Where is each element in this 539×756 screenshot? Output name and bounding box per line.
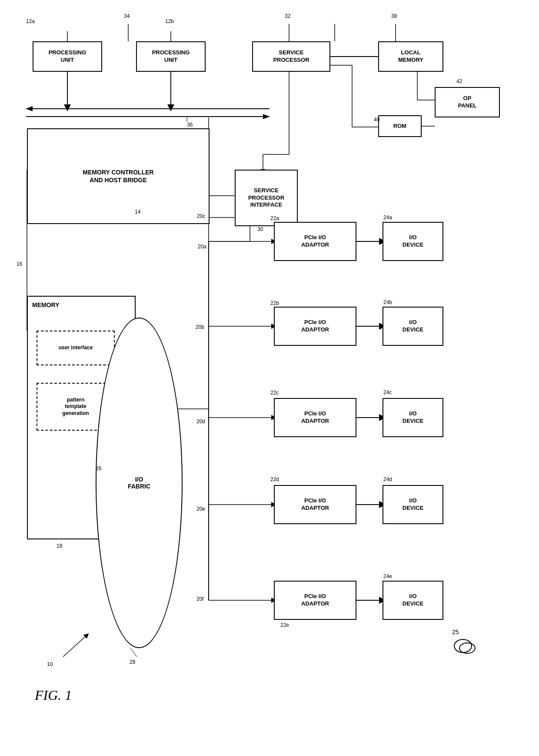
svg-point-48 <box>454 639 472 652</box>
ref-25: 25 <box>452 629 459 636</box>
ref-36: 36 <box>187 122 193 128</box>
ref-20d: 20d <box>196 418 205 425</box>
ref-22a: 22a <box>270 215 279 221</box>
ref-24d: 24d <box>383 476 392 482</box>
svg-marker-16 <box>26 106 33 111</box>
ref-20c: 20c <box>197 213 205 219</box>
figure-label: FIG. 1 <box>35 687 72 703</box>
io-device-a: I/O DEVICE <box>383 222 443 261</box>
ref-10: 10 <box>47 661 53 667</box>
service-processor: SERVICE PROCESSOR <box>252 41 330 72</box>
op-panel: OP PANEL <box>435 87 500 117</box>
service-processor-interface: SERVICE PROCESSOR INTERFACE <box>235 170 298 226</box>
ref-22d: 22d <box>270 476 279 482</box>
ref-30: 30 <box>257 226 263 232</box>
ref-12b: 12b <box>165 18 174 24</box>
pcie-adaptor-e: PCIe I/O ADAPTOR <box>274 581 356 620</box>
ref-28: 28 <box>130 659 135 665</box>
ref-24c: 24c <box>383 389 392 395</box>
io-device-e: I/O DEVICE <box>383 581 443 620</box>
ref-20a: 20a <box>198 244 206 250</box>
ref-34: 34 <box>124 13 130 19</box>
ref-32: 32 <box>285 13 290 19</box>
pcie-adaptor-c: PCIe I/O ADAPTOR <box>274 398 356 437</box>
ref-20b: 20b <box>196 324 204 330</box>
ref-14: 14 <box>135 209 140 215</box>
memory-controller: MEMORY CONTROLLER AND HOST BRIDGE <box>27 128 210 224</box>
ref-42: 42 <box>456 78 462 84</box>
ref-24e: 24e <box>383 573 392 579</box>
ref-22b: 22b <box>270 300 279 306</box>
rom: ROM <box>378 115 422 137</box>
processing-unit-b: PROCESSING UNIT <box>136 41 206 72</box>
user-interface-box: user interface <box>37 331 115 365</box>
memory-label: MEMORY <box>32 301 59 309</box>
ref-22e: 22e <box>280 622 289 628</box>
ref-24b: 24b <box>383 299 392 305</box>
ref-22c: 22c <box>270 390 279 396</box>
ref-12a: 12a <box>26 18 35 24</box>
ref-16: 16 <box>17 261 22 267</box>
io-device-b: I/O DEVICE <box>383 307 443 346</box>
ref-20e: 20e <box>196 506 205 512</box>
ref-24a: 24a <box>383 214 392 221</box>
pcie-adaptor-a: PCIe I/O ADAPTOR <box>274 222 356 261</box>
pcie-adaptor-d: PCIe I/O ADAPTOR <box>274 485 356 524</box>
io-device-d: I/O DEVICE <box>383 485 443 524</box>
local-memory: LOCAL MEMORY <box>378 41 443 72</box>
ref-26: 26 <box>96 465 101 472</box>
pcie-adaptor-b: PCIe I/O ADAPTOR <box>274 307 356 346</box>
svg-line-39 <box>130 648 137 657</box>
ref-20f: 20f <box>196 596 204 602</box>
coil-icon <box>452 635 478 657</box>
io-device-c: I/O DEVICE <box>383 398 443 437</box>
processing-unit-a: PROCESSING UNIT <box>33 41 102 72</box>
svg-marker-17 <box>263 114 270 119</box>
svg-line-38 <box>63 635 87 657</box>
ref-38: 38 <box>391 13 397 19</box>
io-fabric: I/O FABRIC <box>96 318 183 648</box>
ref-18: 18 <box>57 543 62 549</box>
ref-40: 40 <box>374 117 379 123</box>
